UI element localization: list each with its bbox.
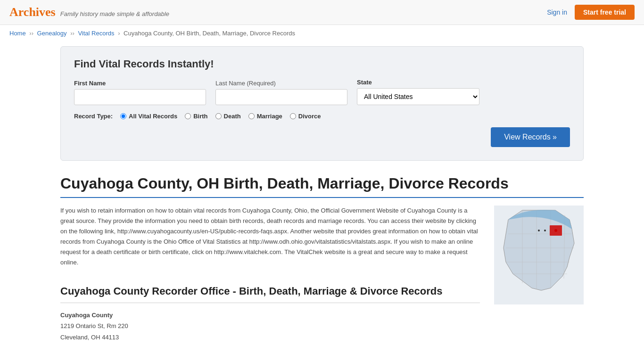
last-name-group: Last Name (Required): [215, 80, 347, 105]
header-right: Sign in Start free trial: [547, 5, 635, 20]
ohio-map-svg: [494, 206, 584, 304]
radio-divorce[interactable]: Divorce: [290, 113, 321, 120]
main-content: Find Vital Records Instantly! First Name…: [51, 41, 593, 357]
site-logo: Archives: [9, 5, 56, 19]
last-name-label: Last Name (Required): [215, 80, 347, 87]
breadcrumb: Home ›› Genealogy ›› Vital Records › Cuy…: [0, 25, 644, 41]
sign-in-link[interactable]: Sign in: [547, 8, 567, 16]
county-marker: [554, 229, 557, 232]
radio-birth[interactable]: Birth: [185, 113, 207, 120]
search-box: Find Vital Records Instantly! First Name…: [60, 46, 584, 161]
radio-marriage-input[interactable]: [248, 113, 255, 119]
intro-paragraph: If you wish to retain information on how…: [60, 206, 480, 268]
radio-all-vital-label: All Vital Records: [129, 113, 177, 120]
last-name-input[interactable]: [215, 89, 347, 105]
search-title: Find Vital Records Instantly!: [74, 58, 570, 70]
recorder-heading: Cuyahoga County Recorder Office - Birth,…: [60, 282, 480, 303]
breadcrumb-current: Cuyahoga County, OH Birth, Death, Marria…: [124, 30, 295, 37]
radio-death-label: Death: [224, 113, 241, 120]
start-trial-button[interactable]: Start free trial: [575, 5, 635, 20]
content-section: If you wish to retain information on how…: [60, 206, 584, 343]
first-name-input[interactable]: [74, 89, 206, 105]
breadcrumb-genealogy[interactable]: Genealogy: [37, 30, 67, 37]
site-tagline: Family history made simple & affordable: [60, 10, 169, 17]
breadcrumb-sep-2: ››: [70, 30, 74, 37]
radio-divorce-label: Divorce: [298, 113, 321, 120]
radio-birth-input[interactable]: [185, 113, 191, 119]
office-address1: 1219 Ontario St, Rm 220: [60, 321, 480, 331]
office-name: Cuyahoga County: [60, 310, 480, 321]
first-name-label: First Name: [74, 80, 206, 87]
header-left: Archives Family history made simple & af…: [9, 5, 169, 19]
breadcrumb-sep-3: ›: [118, 30, 120, 37]
radio-divorce-input[interactable]: [290, 113, 296, 119]
state-select[interactable]: All United States Alabama Alaska Arizona…: [357, 88, 479, 105]
radio-marriage[interactable]: Marriage: [248, 113, 282, 120]
radio-birth-label: Birth: [193, 113, 207, 120]
state-label: State: [357, 79, 479, 86]
state-group: State All United States Alabama Alaska A…: [357, 79, 479, 105]
record-type-label: Record Type:: [74, 113, 113, 120]
office-address2: Cleveland, OH 44113: [60, 332, 480, 343]
breadcrumb-vital-records[interactable]: Vital Records: [78, 30, 114, 37]
site-header: Archives Family history made simple & af…: [0, 0, 644, 25]
search-form-row: First Name Last Name (Required) State Al…: [74, 79, 570, 105]
radio-death-input[interactable]: [215, 113, 222, 119]
radio-all-vital[interactable]: All Vital Records: [120, 113, 177, 120]
breadcrumb-sep-1: ››: [29, 30, 33, 37]
city-marker-1: [538, 230, 540, 231]
office-info: Cuyahoga County 1219 Ontario St, Rm 220 …: [60, 310, 480, 343]
breadcrumb-home[interactable]: Home: [9, 30, 26, 37]
content-text: If you wish to retain information on how…: [60, 206, 480, 343]
first-name-group: First Name: [74, 80, 206, 105]
view-records-row: View Records »: [74, 127, 570, 147]
radio-death[interactable]: Death: [215, 113, 241, 120]
city-marker-2: [544, 230, 546, 231]
radio-all-vital-input[interactable]: [120, 113, 126, 119]
map-container: [494, 206, 584, 304]
page-title: Cuyahoga County, OH Birth, Death, Marria…: [60, 175, 584, 198]
ohio-map: [494, 206, 584, 343]
record-type-row: Record Type: All Vital Records Birth Dea…: [74, 113, 570, 120]
view-records-button[interactable]: View Records »: [491, 127, 570, 147]
radio-marriage-label: Marriage: [257, 113, 282, 120]
